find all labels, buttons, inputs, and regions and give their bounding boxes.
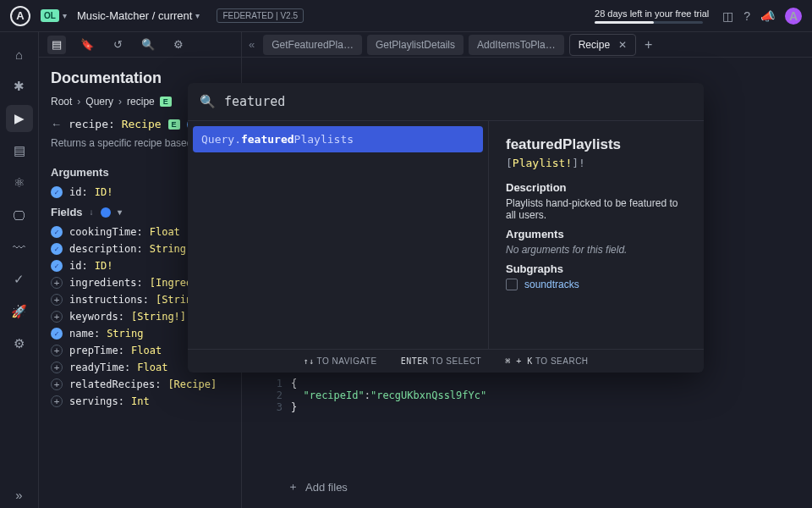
new-tab-button[interactable]: + (645, 37, 652, 52)
plus-icon: ＋ (288, 479, 299, 494)
explorer-icon[interactable]: ▶ (6, 105, 33, 132)
plus-icon: + (51, 378, 63, 390)
settings-icon[interactable]: ⚙ (6, 330, 33, 357)
schema-icon[interactable]: ▤ (6, 137, 33, 164)
clients-icon[interactable]: ⚛ (6, 169, 33, 196)
launch-icon[interactable]: 🚀 (6, 298, 33, 325)
arguments-heading: Arguments (506, 228, 687, 240)
filter-dot-icon (101, 207, 111, 218)
description-heading: Description (506, 181, 687, 194)
metrics-icon[interactable]: 〰 (6, 234, 33, 261)
tab[interactable]: GetFeaturedPla… (263, 35, 362, 55)
docs-tab[interactable]: ▤ (47, 36, 66, 54)
announce-icon[interactable]: 📣 (760, 9, 775, 23)
collapse-icon[interactable]: « (249, 38, 255, 51)
federated-badge: FEDERATED | V2.5 (217, 8, 304, 23)
entity-badge: E (160, 97, 172, 107)
search-icon[interactable]: 🔍 (139, 36, 157, 54)
subgraphs-heading: Subgraphs (506, 262, 687, 275)
docs-icon[interactable]: ◫ (722, 9, 733, 23)
subgraph-link[interactable]: soundtracks (506, 279, 687, 290)
check-icon: ✓ (51, 186, 63, 198)
home-icon[interactable]: ⌂ (6, 41, 33, 68)
tab[interactable]: GetPlaylistDetails (367, 35, 464, 55)
add-files-button[interactable]: ＋Add files (288, 479, 348, 494)
trial-label: 28 days left in your free trial (595, 8, 709, 19)
settings-icon[interactable]: ⚙ (169, 36, 188, 54)
plus-icon: + (51, 345, 63, 356)
plus-icon: + (51, 294, 63, 306)
sort-icon: ↓ (90, 207, 94, 217)
avatar[interactable]: A (785, 8, 802, 25)
variables-editor[interactable]: 1{ 2 "recipeId": "recgUKbxnQssl9fYc" 3} (267, 378, 536, 413)
plus-icon: + (51, 311, 63, 323)
icon-rail: ⌂ ✱ ▶ ▤ ⚛ 🖵 〰 ✓ 🚀 ⚙ » (0, 32, 39, 508)
plus-icon: + (51, 362, 63, 373)
expand-rail-icon[interactable]: » (6, 481, 33, 508)
field-row[interactable]: +relatedRecipes: [Recipe] (39, 376, 241, 393)
bookmark-icon[interactable]: 🔖 (78, 36, 96, 54)
search-footer: ↑↓ TO NAVIGATE ENTER TO SELECT ⌘ + K TO … (188, 349, 704, 373)
no-arguments-text: No arguments for this field. (506, 244, 687, 256)
tab[interactable]: AddItemsToPla… (469, 35, 564, 55)
org-badge[interactable]: OL (41, 9, 59, 22)
app-logo[interactable]: A (10, 6, 30, 26)
graph-selector[interactable]: Music-Matcher / current (77, 9, 193, 22)
entity-badge: E (168, 119, 180, 130)
chevron-down-icon[interactable]: ▾ (63, 11, 67, 20)
history-icon[interactable]: ↺ (108, 36, 127, 54)
type-signature: [Playlist!]! (506, 157, 687, 169)
help-icon[interactable]: ? (743, 9, 750, 23)
search-result[interactable]: Query.featuredPlaylists (193, 126, 483, 152)
tab-bar: « GetFeaturedPla… GetPlaylistDetails Add… (242, 32, 812, 58)
search-overlay: 🔍 featured Query.featuredPlaylists featu… (188, 83, 704, 373)
field-row[interactable]: +servings: Int (39, 393, 241, 410)
detail-title: featuredPlaylists (506, 136, 687, 153)
plus-icon: + (51, 395, 63, 407)
chevron-down-icon[interactable]: ▾ (195, 11, 200, 20)
search-detail-panel: featuredPlaylists [Playlist!]! Descripti… (488, 121, 704, 349)
plus-icon: + (51, 277, 63, 289)
search-input[interactable]: featured (224, 94, 285, 109)
close-icon[interactable]: ✕ (618, 39, 627, 51)
description-text: Playlists hand-picked to be featured to … (506, 197, 687, 221)
search-icon: 🔍 (200, 94, 216, 109)
subgraph-icon (506, 279, 518, 290)
back-icon[interactable]: ← (51, 118, 62, 130)
trial-progress (595, 21, 703, 24)
monitor-icon[interactable]: 🖵 (6, 202, 33, 229)
graph-icon[interactable]: ✱ (6, 73, 33, 100)
checks-icon[interactable]: ✓ (6, 266, 33, 293)
tab-active[interactable]: Recipe✕ (569, 34, 636, 56)
